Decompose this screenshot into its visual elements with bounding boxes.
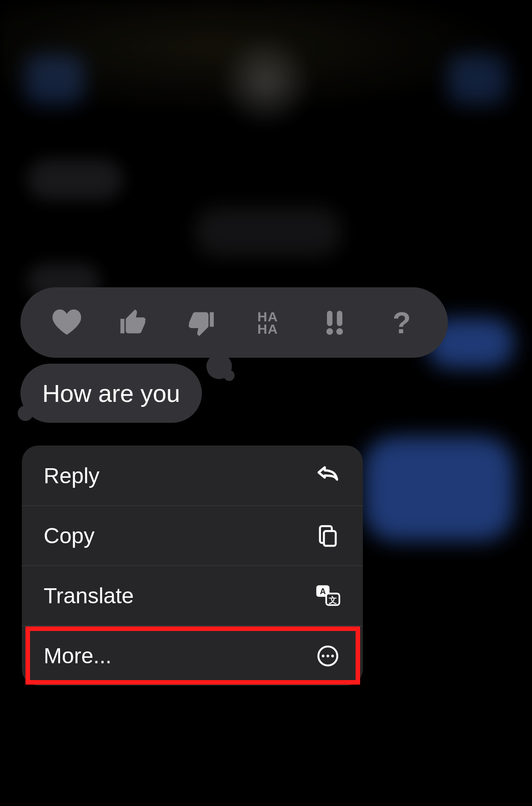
more-icon: [315, 643, 341, 669]
svg-point-11: [326, 655, 329, 657]
svg-text:文: 文: [328, 595, 337, 604]
tapback-haha[interactable]: HAHA: [247, 302, 288, 343]
bg-timestamp: [196, 207, 341, 257]
exclaim-icon: [321, 306, 348, 339]
svg-rect-2: [337, 310, 342, 326]
bg-message-bubble: [27, 159, 123, 200]
menu-copy[interactable]: Copy: [22, 506, 363, 566]
thumbs-up-icon: [118, 307, 150, 339]
tapback-heart[interactable]: [46, 302, 87, 343]
translate-icon: A 文: [315, 583, 341, 609]
copy-icon: [315, 523, 341, 549]
svg-text:A: A: [320, 587, 326, 596]
thumbs-down-icon: [185, 307, 216, 339]
bg-back-button: [25, 55, 84, 105]
context-menu: Reply Copy Translate A 文 More...: [22, 446, 363, 686]
menu-translate-label: Translate: [44, 583, 134, 608]
menu-copy-label: Copy: [44, 523, 95, 548]
svg-rect-4: [324, 531, 336, 546]
svg-rect-0: [327, 310, 332, 326]
menu-more-label: More...: [44, 643, 111, 668]
menu-reply-label: Reply: [44, 463, 100, 488]
svg-point-10: [322, 655, 325, 657]
tapback-question[interactable]: ?: [381, 302, 422, 343]
tapback-thumbs-down[interactable]: [180, 302, 221, 343]
tapback-bar: HAHA ?: [20, 287, 448, 358]
svg-point-1: [326, 328, 333, 335]
tapback-emphasize[interactable]: [314, 302, 355, 343]
menu-reply[interactable]: Reply: [22, 446, 363, 506]
svg-point-3: [336, 328, 343, 335]
haha-icon: HAHA: [257, 310, 278, 335]
bg-contact-avatar: [223, 39, 309, 125]
focused-message-bubble[interactable]: How are you: [20, 364, 202, 423]
heart-icon: [51, 307, 83, 339]
reply-icon: [315, 462, 341, 489]
svg-point-12: [331, 655, 334, 657]
tapback-thumbs-up[interactable]: [113, 302, 154, 343]
bg-facetime-button: [448, 55, 507, 105]
message-text: How are you: [42, 380, 180, 407]
menu-more[interactable]: More...: [22, 626, 363, 686]
question-icon: ?: [392, 305, 411, 340]
menu-translate[interactable]: Translate A 文: [22, 566, 363, 626]
tapback-tail: [224, 370, 235, 381]
bg-sent-bubble: [364, 436, 514, 541]
